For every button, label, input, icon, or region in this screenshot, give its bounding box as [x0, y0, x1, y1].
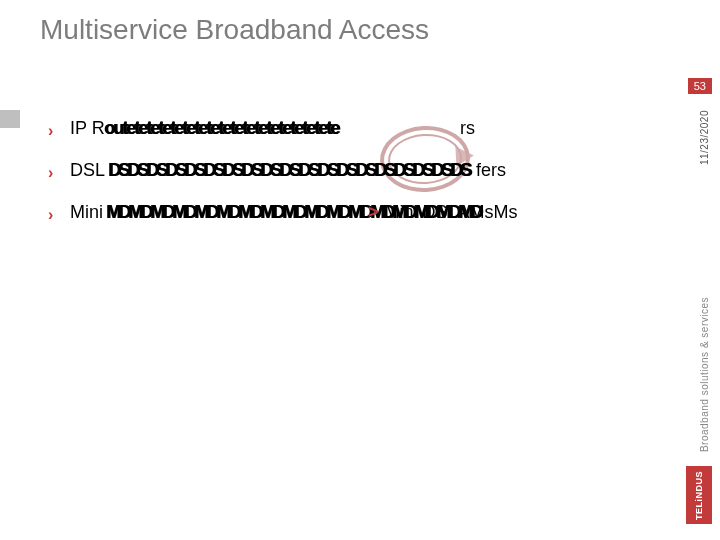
chevron-icon: › [48, 164, 53, 182]
bullet-trail-3: >Mini DSLAMsMs [368, 202, 518, 223]
tagline: Broadband solutions & services [699, 297, 710, 452]
chevron-icon: > [368, 202, 379, 222]
page-number: 53 [688, 78, 712, 94]
slide: Multiservice Broadband Access 53 11/23/2… [0, 0, 720, 540]
bullet-trail-1: rs [460, 118, 475, 139]
chevron-icon: › [48, 206, 53, 224]
chevron-icon: › [48, 122, 53, 140]
bullet-trail-2: fers [476, 160, 506, 181]
bullet-row-1: › IP R outetetetetetetetetetetetetetetet… [48, 118, 660, 146]
brand-logo: TELiNDUS [686, 466, 712, 524]
date-label: 11/23/2020 [699, 110, 710, 165]
accent-mark [0, 110, 20, 128]
bullet-row-2: › DSL DSDSDSDSDSDSDSDSDSDSDSDSDSDSDSDSDS… [48, 160, 660, 188]
content-area: › IP R outetetetetetetetetetetetetetetet… [48, 118, 660, 244]
bullet-row-3: › Mini MDMDMDMDMDMDMDMDMDMDMDMDMDMDMDMDM… [48, 202, 660, 230]
slide-title: Multiservice Broadband Access [40, 14, 429, 46]
